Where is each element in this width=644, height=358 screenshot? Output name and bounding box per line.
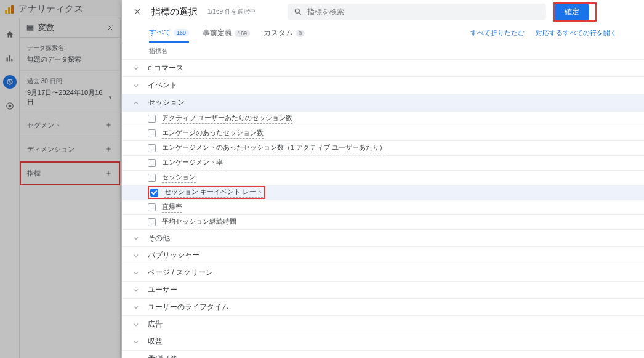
metric-item-label: エンゲージのあったセッション数 <box>162 128 264 139</box>
app-header: アナリティクス <box>0 0 121 18</box>
metric-group[interactable]: セッション <box>122 94 644 111</box>
close-panel-icon[interactable] <box>107 24 114 31</box>
segments-row[interactable]: セグメント ＋ <box>20 113 120 137</box>
metric-item[interactable]: 直帰率 <box>122 200 644 214</box>
metric-checkbox[interactable] <box>148 115 156 123</box>
metric-group-label: e コマース <box>148 63 183 73</box>
chevron-down-icon <box>131 235 142 242</box>
metric-group[interactable]: 収益 <box>122 333 644 350</box>
svg-point-5 <box>9 105 11 107</box>
confirm-button[interactable]: 確定 <box>555 4 589 20</box>
metric-checkbox[interactable] <box>148 129 156 137</box>
list-header: 指標名 <box>122 43 644 59</box>
metric-group[interactable]: ユーザーのライフタイム <box>122 298 644 315</box>
tabs-row: すべて169事前定義169カスタム0 すべて折りたたむ 対応するすべての行を開く <box>122 23 644 43</box>
variables-title: 変数 <box>38 22 54 33</box>
svg-rect-7 <box>27 27 33 28</box>
dimensions-row[interactable]: ディメンション ＋ <box>20 137 120 161</box>
modal-subtitle: 1/169 件を選択中 <box>207 7 256 16</box>
tab-2[interactable]: カスタム0 <box>264 24 305 42</box>
metric-item[interactable]: 平均セッション継続時間 <box>122 214 644 229</box>
search-field[interactable] <box>288 4 546 20</box>
svg-rect-2 <box>11 59 12 61</box>
svg-rect-1 <box>9 55 10 61</box>
search-icon <box>294 7 302 16</box>
add-metric-icon[interactable]: ＋ <box>104 168 113 179</box>
chevron-down-icon <box>131 321 142 328</box>
svg-rect-0 <box>7 57 8 61</box>
explore-name-section[interactable]: データ探索名: 無題のデータ探索 <box>20 38 120 71</box>
metric-picker-modal: 指標の選択 1/169 件を選択中 確定 すべて169事前定義169カスタム0 … <box>122 0 644 358</box>
metric-checkbox[interactable] <box>150 189 158 197</box>
metric-group-label: その他 <box>148 233 170 243</box>
left-rail <box>0 18 20 358</box>
search-input[interactable] <box>307 7 540 16</box>
metric-item-label: エンゲージメント率 <box>162 158 223 168</box>
advertising-icon[interactable] <box>4 100 16 112</box>
metric-group[interactable]: その他 <box>122 229 644 246</box>
metric-group-label: パブリッシャー <box>148 250 199 261</box>
variables-panel: 変数 データ探索名: 無題のデータ探索 過去 30 日間 9月17日〜2024年… <box>20 18 121 358</box>
metric-group-label: ユーザーのライフタイム <box>148 302 229 312</box>
chevron-down-icon <box>131 338 142 346</box>
metric-item[interactable]: アクティブ ユーザーあたりのセッション数 <box>122 111 644 126</box>
date-range-section[interactable]: 過去 30 日間 9月17日〜2024年10月16日 ▼ <box>20 71 120 113</box>
metric-checkbox[interactable] <box>148 174 156 182</box>
metric-group-label: 広告 <box>148 319 163 330</box>
report-icon[interactable] <box>4 52 16 64</box>
metric-group[interactable]: e コマース <box>122 59 644 76</box>
metrics-label: 指標 <box>27 169 41 178</box>
metric-item-label: セッション キーイベント レート <box>164 187 263 198</box>
tab-label: 事前定義 <box>203 28 232 38</box>
svg-rect-8 <box>27 30 33 30</box>
metric-group[interactable]: イベント <box>122 76 644 94</box>
metric-group-label: セッション <box>148 97 185 108</box>
metric-item[interactable]: エンゲージのあったセッション数 <box>122 126 644 140</box>
metric-item[interactable]: エンゲージメント率 <box>122 155 644 170</box>
metric-checkbox[interactable] <box>148 144 156 152</box>
add-dimension-icon[interactable]: ＋ <box>104 144 113 155</box>
dropdown-caret-icon: ▼ <box>108 95 113 100</box>
tab-0[interactable]: すべて169 <box>149 23 189 43</box>
chevron-down-icon <box>131 82 142 89</box>
tab-count-badge: 0 <box>296 30 305 37</box>
tab-1[interactable]: 事前定義169 <box>203 24 250 42</box>
metric-item[interactable]: セッション <box>122 170 644 185</box>
date-range-preset: 過去 30 日間 <box>27 77 113 86</box>
metric-group[interactable]: ユーザー <box>122 281 644 298</box>
home-icon[interactable] <box>4 28 16 41</box>
metric-item-label: 平均セッション継続時間 <box>162 217 236 227</box>
add-segment-icon[interactable]: ＋ <box>104 120 113 131</box>
metric-group[interactable]: 広告 <box>122 315 644 333</box>
metric-group[interactable]: 予測可能 <box>122 350 644 358</box>
dimensions-label: ディメンション <box>27 145 74 154</box>
date-range-value: 9月17日〜2024年10月16日 <box>27 88 108 107</box>
metric-item[interactable]: エンゲージメントのあったセッション数（1 アクティブ ユーザーあたり） <box>122 140 644 155</box>
chevron-up-icon <box>131 99 142 107</box>
metric-group[interactable]: ページ / スクリーン <box>122 264 644 281</box>
metric-group-label: 予測可能 <box>148 354 177 358</box>
metric-list[interactable]: e コマースイベントセッションアクティブ ユーザーあたりのセッション数エンゲージ… <box>122 59 644 358</box>
collapse-all-link[interactable]: すべて折りたたむ <box>470 28 525 38</box>
metric-item-label: 直帰率 <box>162 202 182 213</box>
chevron-down-icon <box>131 287 142 294</box>
metric-item[interactable]: セッション キーイベント レート <box>122 185 644 200</box>
explore-icon[interactable] <box>3 75 17 89</box>
chevron-down-icon <box>131 269 142 277</box>
explore-name: 無題のデータ探索 <box>27 55 113 64</box>
explore-name-label: データ探索名: <box>27 44 113 52</box>
metric-group[interactable]: パブリッシャー <box>122 246 644 264</box>
expand-all-link[interactable]: 対応するすべての行を開く <box>536 28 617 38</box>
metric-group-label: ページ / スクリーン <box>148 267 213 278</box>
metrics-row[interactable]: 指標 ＋ <box>20 161 120 185</box>
svg-rect-6 <box>27 25 33 26</box>
metric-checkbox[interactable] <box>148 203 156 211</box>
metric-checkbox[interactable] <box>148 159 156 167</box>
tab-count-badge: 169 <box>235 30 250 37</box>
close-modal-button[interactable] <box>131 5 144 18</box>
metric-checkbox[interactable] <box>148 218 156 226</box>
svg-point-9 <box>295 9 299 13</box>
metric-item-label: セッション <box>162 173 196 183</box>
chevron-down-icon <box>131 252 142 259</box>
chevron-down-icon <box>131 304 142 311</box>
